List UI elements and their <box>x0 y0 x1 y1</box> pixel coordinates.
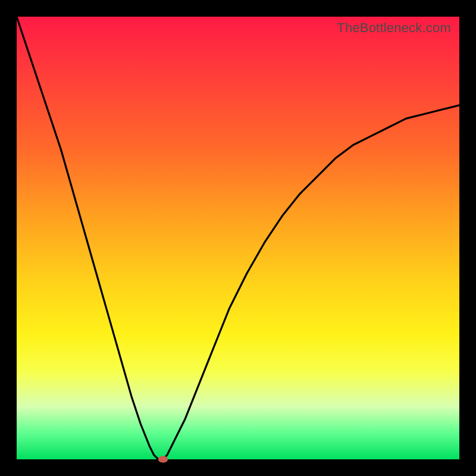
bottleneck-curve <box>17 17 459 459</box>
chart-frame: TheBottleneck.com <box>0 0 476 476</box>
plot-area: TheBottleneck.com <box>17 17 459 459</box>
optimal-point-marker <box>158 456 168 463</box>
